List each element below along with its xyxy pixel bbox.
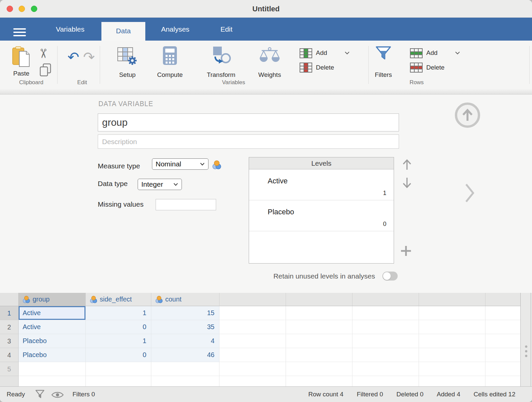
status-filtered: Filtered 0 — [357, 391, 383, 398]
level-value: 0 — [383, 221, 386, 228]
compute-icon[interactable] — [163, 46, 177, 65]
eye-icon — [51, 391, 64, 399]
empty-cells[interactable] — [219, 320, 520, 334]
setup-icon[interactable] — [117, 46, 138, 66]
undo-icon[interactable]: ↶ — [67, 49, 79, 65]
grid-cell[interactable] — [86, 362, 151, 376]
move-level-down-icon[interactable] — [402, 176, 412, 189]
row-header[interactable] — [0, 376, 19, 386]
grid-cell[interactable] — [19, 376, 86, 386]
hamburger-menu-icon[interactable] — [12, 27, 27, 38]
add-row-button[interactable]: Add — [426, 49, 438, 57]
column-header-group[interactable]: group — [19, 293, 86, 306]
data-type-select[interactable]: Integer — [138, 179, 182, 190]
add-variable-button[interactable]: Add — [316, 49, 327, 57]
chevron-down-icon — [200, 162, 205, 166]
empty-cells[interactable] — [219, 348, 520, 362]
compute-button[interactable]: Compute — [150, 71, 190, 79]
transform-button[interactable]: Transform — [198, 71, 244, 79]
grid-cell[interactable]: 15 — [151, 306, 219, 320]
row-header[interactable]: 1 — [0, 306, 19, 320]
empty-cells[interactable] — [219, 362, 520, 376]
arrow-up-icon — [462, 108, 473, 122]
level-item-active[interactable]: Active 1 — [249, 169, 394, 200]
tab-data[interactable]: Data — [101, 22, 145, 41]
panel-splitter-handle[interactable] — [520, 293, 532, 386]
delete-variable-icon[interactable] — [300, 63, 312, 73]
chevron-down-icon — [173, 183, 178, 186]
grid-cell[interactable]: Active — [19, 320, 86, 334]
nominal-measure-icon — [90, 296, 97, 303]
grid-cell[interactable]: 1 — [86, 334, 151, 348]
status-row-count: Row count 4 — [308, 391, 343, 398]
weights-icon[interactable] — [259, 47, 280, 65]
tab-variables[interactable]: Variables — [48, 18, 92, 41]
transform-icon[interactable] — [212, 46, 231, 65]
grid-cell[interactable] — [19, 362, 86, 376]
copy-icon[interactable] — [39, 63, 52, 77]
add-row-icon[interactable] — [410, 48, 423, 58]
level-value: 1 — [383, 190, 386, 197]
grid-cell[interactable]: 46 — [151, 348, 219, 362]
cut-icon[interactable]: ✂ — [38, 47, 49, 60]
tab-analyses[interactable]: Analyses — [153, 18, 197, 41]
grid-cell[interactable] — [151, 362, 219, 376]
delete-variable-button[interactable]: Delete — [316, 64, 334, 71]
redo-icon[interactable]: ↷ — [83, 49, 95, 65]
level-item-placebo[interactable]: Placebo 0 — [249, 200, 394, 231]
empty-cells[interactable] — [219, 376, 520, 386]
status-cells-edited: Cells edited 12 — [473, 391, 515, 398]
grid-cell[interactable] — [151, 376, 219, 386]
paste-icon[interactable] — [12, 46, 31, 67]
variable-description-input[interactable] — [98, 134, 399, 149]
filters-icon[interactable] — [375, 46, 391, 64]
grid-cell[interactable] — [86, 376, 151, 386]
add-level-icon[interactable] — [400, 245, 412, 257]
grid-cell[interactable]: Placebo — [19, 334, 86, 348]
empty-cells[interactable] — [219, 334, 520, 348]
add-row-chevron-icon[interactable] — [455, 51, 460, 55]
add-variable-icon[interactable] — [300, 48, 312, 58]
grid-cell[interactable]: Active — [19, 306, 86, 320]
empty-cells[interactable] — [219, 306, 520, 320]
move-level-up-icon[interactable] — [402, 158, 412, 171]
grid-cell[interactable]: 0 — [86, 320, 151, 334]
measure-type-select[interactable]: Nominal — [152, 158, 208, 170]
missing-values-input[interactable] — [156, 199, 216, 210]
levels-panel: Levels Active 1 Placebo 0 — [249, 157, 394, 264]
tab-edit[interactable]: Edit — [204, 18, 248, 41]
titlebar: Untitled — [0, 0, 532, 18]
clipboard-group-label: Clipboard — [13, 79, 50, 86]
grid-corner-cell[interactable] — [0, 293, 19, 306]
column-label: side_effect — [100, 296, 132, 303]
collapse-editor-button[interactable] — [455, 102, 480, 128]
nominal-measure-icon — [212, 160, 221, 169]
row-header[interactable]: 2 — [0, 320, 19, 334]
column-header-side-effect[interactable]: side_effect — [86, 293, 151, 306]
grid-cell[interactable]: 4 — [151, 334, 219, 348]
delete-row-button[interactable]: Delete — [426, 64, 445, 71]
grid-cell[interactable]: 1 — [86, 306, 151, 320]
row-header[interactable]: 4 — [0, 348, 19, 362]
row-header[interactable]: 5 — [0, 362, 19, 376]
column-header-count[interactable]: count — [151, 293, 219, 306]
data-type-value: Integer — [141, 180, 163, 188]
retain-levels-toggle[interactable] — [382, 272, 398, 281]
filters-button[interactable]: Filters — [368, 71, 398, 79]
row-header[interactable]: 3 — [0, 334, 19, 348]
add-variable-chevron-icon[interactable] — [344, 51, 350, 55]
measure-type-value: Nominal — [156, 160, 181, 168]
empty-column-headers[interactable] — [219, 293, 520, 306]
variable-name-input[interactable] — [98, 113, 399, 131]
grid-cell[interactable]: 35 — [151, 320, 219, 334]
expand-panel-chevron-icon[interactable] — [465, 183, 475, 203]
grid-cell[interactable]: 0 — [86, 348, 151, 362]
level-label: Placebo — [268, 208, 294, 216]
grid-cell[interactable]: Placebo — [19, 348, 86, 362]
delete-row-icon[interactable] — [410, 63, 423, 73]
paste-button[interactable]: Paste — [6, 70, 37, 77]
levels-title: Levels — [249, 157, 394, 169]
setup-button[interactable]: Setup — [111, 71, 144, 79]
weights-button[interactable]: Weights — [253, 71, 287, 79]
filter-status-icon — [35, 390, 45, 400]
